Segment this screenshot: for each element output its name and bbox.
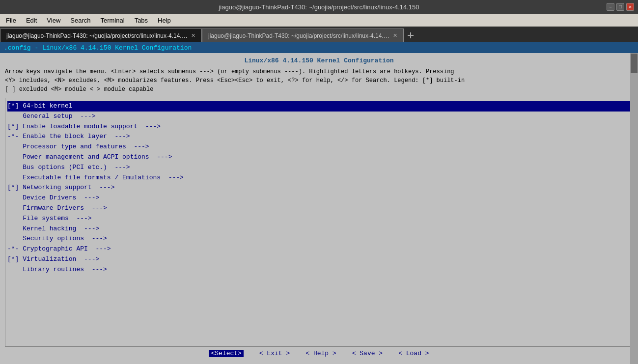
menu-item-10[interactable]: Firmware Drivers --->	[7, 203, 631, 214]
new-tab-button[interactable]	[404, 28, 417, 42]
exit-button[interactable]: < Exit >	[259, 350, 290, 357]
menu-item-7[interactable]: Executable file formats / Emulations ---…	[7, 173, 631, 183]
window-controls: – □ ✕	[607, 3, 634, 11]
status-line-text: .config - Linux/x86 4.14.150 Kernel Conf…	[4, 44, 192, 52]
menu-file[interactable]: File	[2, 16, 20, 25]
instruction-line-3: [ ] excluded <M> module < > module capab…	[5, 85, 633, 94]
kconfig-instructions: Arrow keys navigate the menu. <Enter> se…	[5, 67, 633, 94]
menu-item-13[interactable]: Security options --->	[7, 234, 631, 244]
menu-item-2[interactable]: [*] Enable loadable module support --->	[7, 122, 631, 132]
load-button[interactable]: < Load >	[398, 350, 429, 357]
menu-item-15[interactable]: [*] Virtualization --->	[7, 254, 631, 265]
menu-box[interactable]: [*] 64-bit kernel General setup ---> [*]…	[5, 98, 633, 346]
menu-view[interactable]: View	[43, 16, 64, 25]
menu-item-6[interactable]: Bus options (PCI etc.) --->	[7, 163, 631, 173]
kconfig-area: Linux/x86 4.14.150 Kernel Configuration …	[0, 53, 638, 364]
maximize-button[interactable]: □	[616, 3, 624, 11]
menu-terminal[interactable]: Terminal	[97, 16, 129, 25]
menu-item-16[interactable]: Library routines --->	[7, 265, 631, 275]
menu-tabs[interactable]: Tabs	[131, 16, 152, 25]
select-button[interactable]: <Select>	[209, 350, 243, 357]
save-button[interactable]: < Save >	[352, 350, 383, 357]
menu-item-9[interactable]: Device Drivers --->	[7, 193, 631, 203]
menu-item-8[interactable]: [*] Networking support --->	[7, 183, 631, 193]
menu-item-0[interactable]: [*] 64-bit kernel	[7, 101, 631, 112]
terminal-content: .config - Linux/x86 4.14.150 Kernel Conf…	[0, 42, 638, 364]
menu-item-14[interactable]: -*- Cryptographic API --->	[7, 244, 631, 254]
terminal-inner: .config - Linux/x86 4.14.150 Kernel Conf…	[0, 42, 638, 364]
tab-2-label: jiaguo@jiaguo-ThinkPad-T430: ~/guojia/pr…	[208, 32, 390, 39]
menu-edit[interactable]: Edit	[22, 16, 41, 25]
title-bar-text: jiaguo@jiaguo-ThinkPad-T430: ~/guojia/pr…	[219, 3, 419, 11]
instruction-line-1: Arrow keys navigate the menu. <Enter> se…	[5, 67, 633, 76]
menu-item-11[interactable]: File systems --->	[7, 214, 631, 224]
tab-2[interactable]: jiaguo@jiaguo-ThinkPad-T430: ~/guojia/pr…	[202, 28, 404, 42]
status-line: .config - Linux/x86 4.14.150 Kernel Conf…	[0, 42, 638, 53]
menu-item-3[interactable]: -*- Enable the block layer --->	[7, 132, 631, 142]
scrollbar[interactable]	[630, 53, 638, 364]
scroll-thumb[interactable]	[631, 54, 638, 73]
close-button[interactable]: ✕	[626, 3, 634, 11]
menu-bar: File Edit View Search Terminal Tabs Help	[0, 14, 638, 27]
tab-2-close[interactable]: ✕	[393, 32, 397, 39]
title-bar: jiaguo@jiaguo-ThinkPad-T430: ~/guojia/pr…	[0, 0, 638, 14]
menu-item-12[interactable]: Kernel hacking --->	[7, 224, 631, 234]
tab-1[interactable]: jiaguo@jiaguo-ThinkPad-T430: ~/guojia/pr…	[0, 28, 202, 42]
minimize-button[interactable]: –	[607, 3, 614, 11]
help-button[interactable]: < Help >	[305, 350, 336, 357]
kconfig-title: Linux/x86 4.14.150 Kernel Configuration	[5, 57, 633, 64]
svg-rect-1	[408, 35, 414, 36]
menu-search[interactable]: Search	[66, 16, 94, 25]
instruction-line-2: <Y> includes, <N> excludes, <M> modulari…	[5, 76, 633, 85]
menu-item-1[interactable]: General setup --->	[7, 112, 631, 122]
menu-item-4[interactable]: Processor type and features --->	[7, 142, 631, 152]
tab-1-label: jiaguo@jiaguo-ThinkPad-T430: ~/guojia/pr…	[6, 32, 188, 39]
menu-help[interactable]: Help	[154, 16, 175, 25]
menu-item-5[interactable]: Power management and ACPI options --->	[7, 152, 631, 163]
tab-1-close[interactable]: ✕	[191, 32, 195, 39]
bottom-bar: <Select> < Exit > < Help > < Save > < Lo…	[5, 346, 633, 360]
tab-bar: jiaguo@jiaguo-ThinkPad-T430: ~/guojia/pr…	[0, 27, 638, 42]
